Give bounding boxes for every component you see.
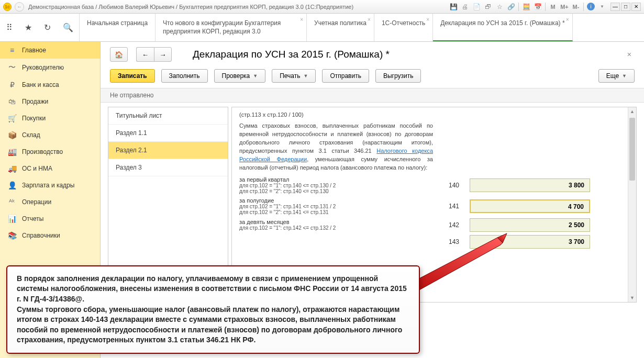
page-close-icon[interactable]: × <box>624 50 635 59</box>
tab-start[interactable]: Начальная страница <box>80 14 156 41</box>
nav-forward-button[interactable]: → <box>154 47 172 62</box>
page-title: Декларация по УСН за 2015 г. (Ромашка) * <box>177 49 619 60</box>
save-icon[interactable]: 💾 <box>449 3 458 11</box>
link-icon[interactable]: 🔗 <box>507 3 515 11</box>
book-icon: 📚 <box>7 231 17 240</box>
tab-whatsnew[interactable]: Что нового в конфигурации Бухгалтерия пр… <box>156 14 307 41</box>
minimize-button[interactable]: — <box>610 3 620 11</box>
chevron-down-icon: ▼ <box>622 73 627 79</box>
tab-close-icon[interactable]: × <box>368 17 371 23</box>
doc-icon[interactable]: 📄 <box>472 3 481 11</box>
separator <box>583 3 584 11</box>
tab-declaration[interactable]: Декларация по УСН за 2015 г. (Ромашка) *… <box>433 14 572 41</box>
status-bar: Не отправлено <box>101 88 644 103</box>
sidebar-item-main[interactable]: ≡Главное <box>0 42 100 59</box>
field-143[interactable]: 3 700 <box>470 235 590 249</box>
dropdown-icon[interactable]: ▼ <box>598 3 606 11</box>
back-round-icon[interactable]: ← <box>15 2 24 12</box>
mplus-button[interactable]: M+ <box>560 3 569 11</box>
sidebar-item-assets[interactable]: 🚚ОС и НМА <box>0 160 100 177</box>
tab-close-icon[interactable]: × <box>426 17 429 23</box>
tabbar-tools: ⠿ ★ ↻ 🔍 <box>0 14 80 41</box>
row-141: за полугодие для стр.102 = "1": стр.141 … <box>239 197 629 215</box>
check-button[interactable]: Проверка▼ <box>214 69 266 83</box>
factory-icon: 🏭 <box>7 148 17 156</box>
ruble-icon: ₽ <box>7 81 17 89</box>
code-141: 141 <box>438 203 459 210</box>
box-icon: 📦 <box>7 131 17 139</box>
truck-icon: 🚚 <box>7 164 17 173</box>
tab-close-icon[interactable]: × <box>300 17 303 23</box>
close-button[interactable]: ✕ <box>631 3 641 11</box>
sidebar-item-purchases[interactable]: 🛒Покупки <box>0 110 100 127</box>
field-142[interactable]: 2 500 <box>470 218 590 232</box>
sidebar-item-refs[interactable]: 📚Справочники <box>0 227 100 244</box>
code-142: 142 <box>438 221 459 229</box>
nav-back-button[interactable]: ← <box>136 47 154 62</box>
chevron-down-icon: ▼ <box>253 73 258 79</box>
scroll-down-icon[interactable]: ▼ <box>628 294 636 302</box>
print-icon[interactable]: 🖨 <box>461 3 469 11</box>
send-button[interactable]: Отправить <box>322 69 369 83</box>
tab-close-icon[interactable]: × <box>566 17 569 23</box>
row-143: 143 3 700 <box>239 235 629 249</box>
section-3[interactable]: Раздел 3 <box>108 159 228 176</box>
formula-hint: (стр.113 x стр.120 / 100) <box>239 111 629 118</box>
tab-policy[interactable]: Учетная политика× <box>307 14 374 41</box>
titlebar-tools: 💾 🖨 📄 🗗 ☆ 🔗 🧮 📅 M M+ M- i ▼ <box>449 3 606 11</box>
section-2-1[interactable]: Раздел 2.1 <box>108 142 228 159</box>
m-button[interactable]: M <box>549 3 557 11</box>
field-141[interactable]: 4 700 <box>470 199 590 213</box>
sidebar-item-payroll[interactable]: 👤Зарплата и кадры <box>0 177 100 194</box>
window-title: Демонстрационная база / Любимов Валерий … <box>28 4 449 10</box>
titlebar: 1c ← Демонстрационная база / Любимов Вал… <box>0 0 644 14</box>
cart-icon: 🛒 <box>7 114 17 122</box>
menu-icon: ≡ <box>7 46 17 54</box>
history-icon[interactable]: ↻ <box>44 23 51 32</box>
sidebar-item-warehouse[interactable]: 📦Склад <box>0 127 100 143</box>
sidebar-item-sales[interactable]: 🛍Продажи <box>0 93 100 110</box>
search-icon[interactable]: 🔍 <box>63 23 73 32</box>
app-logo-icon: 1c <box>3 3 12 11</box>
person-icon: 👤 <box>7 181 17 189</box>
calc-icon[interactable]: 🧮 <box>522 3 530 11</box>
favorite-icon[interactable]: ★ <box>25 23 32 32</box>
section-1-1[interactable]: Раздел 1.1 <box>108 125 228 142</box>
section-title[interactable]: Титульный лист <box>108 107 228 125</box>
scroll-thumb[interactable] <box>629 118 635 181</box>
fill-button[interactable]: Заполнить <box>161 69 208 83</box>
more-button[interactable]: Еще▼ <box>598 69 635 83</box>
row-142: за девять месяцев для стр.102 = "1": стр… <box>239 218 629 232</box>
chevron-down-icon: ▼ <box>303 73 308 79</box>
scrollbar[interactable]: ▲ ▼ <box>628 107 636 302</box>
sidebar-item-reports[interactable]: 📊Отчеты <box>0 210 100 227</box>
sidebar-item-manager[interactable]: 〜Руководителю <box>0 59 100 76</box>
field-140[interactable]: 3 800 <box>470 178 590 192</box>
separator <box>545 3 546 11</box>
tabbar: ⠿ ★ ↻ 🔍 Начальная страница Что нового в … <box>0 14 644 42</box>
tab-reporting[interactable]: 1С-Отчетность× <box>374 14 433 41</box>
callout-box: В порядок заполнения декларации по налог… <box>6 265 420 354</box>
chart-icon: 〜 <box>7 63 17 72</box>
home-button[interactable]: 🏠 <box>110 47 128 62</box>
callout-text: В порядок заполнения декларации по налог… <box>17 274 409 345</box>
ops-icon: ᴬᵏ <box>7 198 17 206</box>
scroll-up-icon[interactable]: ▲ <box>628 107 636 116</box>
sidebar-item-production[interactable]: 🏭Производство <box>0 143 100 160</box>
export-button[interactable]: Выгрузить <box>375 69 421 83</box>
window-controls: — □ ✕ <box>610 3 641 11</box>
star-icon[interactable]: ☆ <box>495 3 504 11</box>
mminus-button[interactable]: M- <box>572 3 580 11</box>
row-140: за первый квартал для стр.102 = "1": стр… <box>239 176 629 194</box>
content-header: 🏠 ← → Декларация по УСН за 2015 г. (Рома… <box>101 42 644 62</box>
save-button[interactable]: Записать <box>110 69 155 83</box>
print-button[interactable]: Печать▼ <box>272 69 316 83</box>
calendar-icon[interactable]: 📅 <box>534 3 542 11</box>
maximize-button[interactable]: □ <box>621 3 630 11</box>
sidebar-item-operations[interactable]: ᴬᵏОперации <box>0 194 100 210</box>
compare-icon[interactable]: 🗗 <box>484 3 492 11</box>
code-140: 140 <box>438 182 459 189</box>
info-icon[interactable]: i <box>587 3 595 10</box>
apps-icon[interactable]: ⠿ <box>6 23 13 32</box>
sidebar-item-bank[interactable]: ₽Банк и касса <box>0 76 100 93</box>
